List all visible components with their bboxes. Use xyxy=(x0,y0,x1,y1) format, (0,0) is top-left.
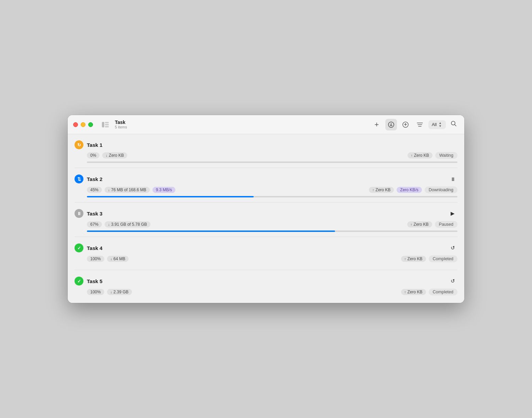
task-row-4: ✓ Task 4 ↺ 100% ↓ 64 MB ↑ Zero KB Comple… xyxy=(75,237,457,270)
task-icon-3: ⏸ xyxy=(75,209,83,218)
progress-bar-bg xyxy=(87,162,457,163)
task-icon-2: ⇅ xyxy=(75,175,83,183)
task-name-2: Task 2 xyxy=(87,176,448,182)
progress-bar-bg xyxy=(87,196,457,197)
status-badge-5: Completed xyxy=(429,289,457,295)
task-row-5: ✓ Task 5 ↺ 100% ↓ 2.39 GB ↑ Zero KB Comp… xyxy=(75,270,457,303)
task-header-2: ⇅ Task 2 ⏸ xyxy=(75,174,457,184)
maximize-button[interactable] xyxy=(88,122,93,127)
close-button[interactable] xyxy=(73,122,78,127)
filter-label: All xyxy=(432,122,437,127)
svg-rect-1 xyxy=(105,122,109,123)
task-name-3: Task 3 xyxy=(87,211,448,217)
task-action-btn-4[interactable]: ↺ xyxy=(448,243,457,253)
task-header-3: ⏸ Task 3 ▶ xyxy=(75,209,457,218)
upload-speed-badge: Zero KB/s xyxy=(397,187,422,193)
upload-amount-badge: ↑ Zero KB xyxy=(401,289,426,295)
stepper-icon: ▲▼ xyxy=(438,122,442,128)
speed-badge: 9.3 MB/s xyxy=(152,187,175,193)
task-icon-1: ↻ xyxy=(75,140,83,149)
task-action-btn-3[interactable]: ▶ xyxy=(448,209,457,218)
percent-badge: 100% xyxy=(87,256,104,262)
task-name-5: Task 5 xyxy=(87,278,448,284)
status-badge-2: Downloading xyxy=(425,186,457,193)
titlebar: Task 5 items + xyxy=(68,115,464,134)
task-icon-5: ✓ xyxy=(75,277,83,285)
task-meta-5: 100% ↓ 2.39 GB ↑ Zero KB Completed xyxy=(75,289,457,295)
task-list: ↻ Task 1 0% ↓ Zero KB ↑ Zero KB Waiting … xyxy=(68,134,464,303)
progress-bar-fill xyxy=(87,196,254,197)
svg-rect-3 xyxy=(105,126,109,127)
task-header-5: ✓ Task 5 ↺ xyxy=(75,276,457,286)
task-row-2: ⇅ Task 2 ⏸ 45% ↓ 76 MB of 168.6 MB 9.3 M… xyxy=(75,168,457,203)
svg-rect-0 xyxy=(102,122,104,127)
download-amount-badge: ↓ 76 MB of 168.6 MB xyxy=(105,187,150,193)
progress-container xyxy=(75,231,457,232)
status-badge-1: Waiting xyxy=(435,152,457,159)
status-badge-3: Paused xyxy=(435,221,457,228)
task-name-4: Task 4 xyxy=(87,245,448,251)
download-amount-badge: ↓ Zero KB xyxy=(102,152,127,158)
task-icon-4: ✓ xyxy=(75,243,83,252)
filter-all-dropdown[interactable]: All ▲▼ xyxy=(428,120,446,129)
progress-container xyxy=(75,162,457,163)
main-window: Task 5 items + xyxy=(68,115,464,303)
meta-row-3: 67% ↓ 3.91 GB of 5.78 GB ↑ Zero KB Pause… xyxy=(87,221,457,228)
upload-amount-badge: ↑ Zero KB xyxy=(369,187,394,193)
task-meta-3: 67% ↓ 3.91 GB of 5.78 GB ↑ Zero KB Pause… xyxy=(75,221,457,228)
window-title-group: Task 5 items xyxy=(115,120,127,130)
task-header-4: ✓ Task 4 ↺ xyxy=(75,243,457,253)
upload-view-button[interactable] xyxy=(400,119,411,130)
download-view-button[interactable] xyxy=(385,119,397,130)
svg-rect-2 xyxy=(105,124,109,125)
status-badge-4: Completed xyxy=(429,255,457,262)
upload-amount-badge: ↑ Zero KB xyxy=(401,256,426,262)
progress-bar-bg xyxy=(87,231,457,232)
filter-menu-button[interactable] xyxy=(414,119,426,130)
task-name-1: Task 1 xyxy=(87,142,457,148)
meta-row-1: 0% ↓ Zero KB ↑ Zero KB Waiting xyxy=(87,152,457,159)
percent-badge: 67% xyxy=(87,221,102,227)
percent-badge: 0% xyxy=(87,152,99,158)
upload-amount-badge: ↑ Zero KB xyxy=(407,221,432,227)
task-row-1: ↻ Task 1 0% ↓ Zero KB ↑ Zero KB Waiting xyxy=(75,134,457,168)
upload-amount-badge: ↑ Zero KB xyxy=(408,152,433,158)
meta-row-5: 100% ↓ 2.39 GB ↑ Zero KB Completed xyxy=(87,289,457,295)
task-row-3: ⏸ Task 3 ▶ 67% ↓ 3.91 GB of 5.78 GB ↑ Ze… xyxy=(75,203,457,237)
svg-line-10 xyxy=(455,125,456,126)
progress-container xyxy=(75,196,457,197)
task-meta-4: 100% ↓ 64 MB ↑ Zero KB Completed xyxy=(75,255,457,262)
percent-badge: 100% xyxy=(87,289,104,295)
download-amount-badge: ↓ 64 MB xyxy=(107,256,129,262)
task-header-1: ↻ Task 1 xyxy=(75,140,457,149)
search-button[interactable] xyxy=(449,119,459,130)
download-amount-badge: ↓ 3.91 GB of 5.78 GB xyxy=(105,221,150,227)
sidebar-toggle-button[interactable] xyxy=(100,119,111,130)
window-subtitle: 5 items xyxy=(115,125,127,129)
minimize-button[interactable] xyxy=(81,122,85,127)
task-meta-2: 45% ↓ 76 MB of 168.6 MB 9.3 MB/s ↑ Zero … xyxy=(75,186,457,193)
window-title: Task xyxy=(115,120,127,125)
add-button[interactable]: + xyxy=(371,119,383,130)
download-amount-badge: ↓ 2.39 GB xyxy=(107,289,132,295)
titlebar-actions: + xyxy=(371,119,459,130)
traffic-lights xyxy=(73,122,93,127)
meta-row-4: 100% ↓ 64 MB ↑ Zero KB Completed xyxy=(87,255,457,262)
percent-badge: 45% xyxy=(87,187,102,193)
task-action-btn-5[interactable]: ↺ xyxy=(448,276,457,286)
progress-bar-fill xyxy=(87,231,335,232)
meta-row-2: 45% ↓ 76 MB of 168.6 MB 9.3 MB/s ↑ Zero … xyxy=(87,186,457,193)
task-meta-1: 0% ↓ Zero KB ↑ Zero KB Waiting xyxy=(75,152,457,159)
task-action-btn-2[interactable]: ⏸ xyxy=(448,174,457,184)
